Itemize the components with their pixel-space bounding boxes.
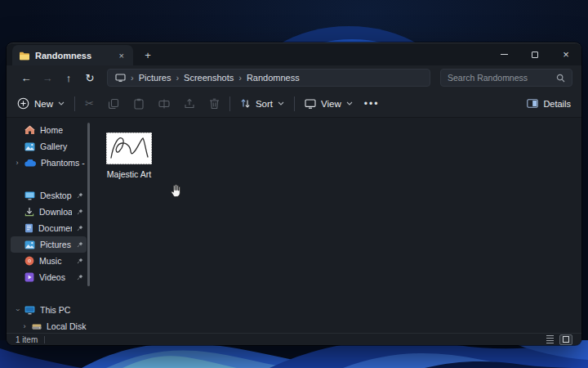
chevron-down-icon xyxy=(58,101,65,105)
pin-icon xyxy=(77,192,87,199)
search-box[interactable] xyxy=(440,69,572,87)
sidebar-scrollbar[interactable] xyxy=(87,123,90,286)
sidebar-item-gallery[interactable]: Gallery xyxy=(11,138,87,155)
desktop: Randomness × + × ← → ↑ ↻ › Pictures xyxy=(0,0,588,368)
details-button[interactable]: Details xyxy=(527,99,571,109)
sort-button[interactable]: Sort xyxy=(240,98,284,109)
sidebar-item-this-pc[interactable]: › This PC xyxy=(11,302,87,318)
new-button-label: New xyxy=(34,99,53,109)
gallery-icon xyxy=(24,142,35,151)
music-icon xyxy=(24,256,34,266)
copy-icon[interactable] xyxy=(108,98,119,110)
share-icon[interactable] xyxy=(184,98,195,110)
back-button[interactable]: ← xyxy=(16,72,37,84)
close-button[interactable]: × xyxy=(550,43,581,65)
tab-close-icon[interactable]: × xyxy=(117,51,127,61)
breadcrumb-item-screenshots[interactable]: Screenshots xyxy=(184,73,234,83)
sidebar-section-gap xyxy=(7,285,91,302)
sidebar-item-label: Documents xyxy=(38,223,72,233)
sort-button-label: Sort xyxy=(256,99,273,109)
clipboard-actions: ✂ xyxy=(85,97,220,110)
delete-icon[interactable] xyxy=(209,98,220,110)
new-tab-button[interactable]: + xyxy=(138,46,158,64)
disk-drive-icon xyxy=(32,322,42,330)
item-count: 1 item xyxy=(16,335,38,344)
details-panel-icon xyxy=(527,99,538,108)
view-button[interactable]: View xyxy=(305,99,353,109)
pin-icon xyxy=(77,241,87,248)
documents-icon xyxy=(24,223,33,233)
paste-icon[interactable] xyxy=(133,98,145,110)
chevron-right-icon[interactable]: › xyxy=(20,322,29,330)
chevron-right-icon[interactable]: › xyxy=(13,159,21,167)
details-view-toggle[interactable] xyxy=(543,334,556,345)
sidebar-item-documents[interactable]: Documents xyxy=(11,220,87,236)
details-button-label: Details xyxy=(543,99,571,109)
file-item-majestic-art[interactable]: Majestic Art xyxy=(97,132,161,179)
breadcrumb-item-pictures[interactable]: Pictures xyxy=(139,73,172,83)
status-divider xyxy=(44,336,45,343)
chevron-down-icon[interactable]: › xyxy=(13,306,21,314)
breadcrumb-separator: › xyxy=(176,73,179,83)
breadcrumb-item-randomness[interactable]: Randomness xyxy=(247,73,300,83)
sidebar-item-home[interactable]: Home xyxy=(11,122,87,138)
search-input[interactable] xyxy=(448,73,556,83)
sidebar-item-desktop[interactable]: Desktop xyxy=(11,187,87,204)
sidebar-item-label: This PC xyxy=(40,305,87,315)
sort-icon xyxy=(240,98,251,109)
chevron-down-icon xyxy=(278,101,284,105)
file-list-area[interactable]: Majestic Art xyxy=(91,118,581,333)
sidebar-item-label: Videos xyxy=(39,272,72,282)
thumbnail-view-toggle[interactable] xyxy=(559,334,572,345)
wallpaper-bloom-top xyxy=(249,0,453,43)
navigation-pane: Home Gallery › Phantoms - Pers xyxy=(7,118,91,333)
view-toggles xyxy=(543,334,572,345)
sidebar-item-music[interactable]: Music xyxy=(11,253,87,269)
toolbar-divider xyxy=(294,96,295,111)
command-bar: New ✂ xyxy=(7,90,581,118)
onedrive-cloud-icon xyxy=(24,159,36,167)
sidebar-item-label: Home xyxy=(40,125,87,135)
navigation-bar: ← → ↑ ↻ › Pictures › Screenshots › Rando… xyxy=(7,65,581,90)
cut-icon[interactable]: ✂ xyxy=(85,97,94,110)
large-icons-view-icon xyxy=(563,336,569,343)
refresh-button[interactable]: ↻ xyxy=(79,72,100,84)
forward-button[interactable]: → xyxy=(37,72,58,84)
sidebar-section-gap xyxy=(7,171,91,187)
tab-strip: Randomness × + × xyxy=(7,43,581,65)
desktop-icon xyxy=(24,191,35,200)
downloads-icon xyxy=(24,207,34,217)
new-button[interactable]: New xyxy=(17,97,65,110)
breadcrumb[interactable]: › Pictures › Screenshots › Randomness xyxy=(107,69,430,87)
minimize-button[interactable] xyxy=(488,43,519,65)
search-icon xyxy=(556,74,565,83)
up-button[interactable]: ↑ xyxy=(58,72,79,84)
sidebar-item-label: Pictures xyxy=(40,240,72,249)
thumbnail-sketch xyxy=(107,133,151,164)
breadcrumb-separator: › xyxy=(131,73,134,83)
hand-cursor xyxy=(167,183,180,198)
maximize-button[interactable] xyxy=(519,43,550,65)
status-bar: 1 item xyxy=(7,333,581,345)
sidebar-item-onedrive[interactable]: › Phantoms - Pers xyxy=(11,155,87,171)
file-thumbnail xyxy=(106,132,152,164)
window-body: Home Gallery › Phantoms - Pers xyxy=(7,118,581,333)
sidebar-item-pictures[interactable]: Pictures xyxy=(11,236,87,253)
pin-icon xyxy=(77,209,87,215)
this-pc-monitor-icon xyxy=(24,306,35,315)
new-circle-plus-icon xyxy=(17,97,29,110)
tab-randomness[interactable]: Randomness × xyxy=(12,45,133,65)
sidebar-item-label: Gallery xyxy=(40,141,87,151)
view-button-label: View xyxy=(321,99,341,109)
sidebar-item-local-disk[interactable]: › Local Disk (C:) xyxy=(11,318,87,334)
rename-icon[interactable] xyxy=(158,98,170,110)
sidebar-item-videos[interactable]: Videos xyxy=(11,269,87,285)
tab-title: Randomness xyxy=(35,51,112,61)
pin-icon xyxy=(77,258,87,264)
more-options-icon[interactable]: ••• xyxy=(364,98,380,110)
sidebar-item-downloads[interactable]: Downloads xyxy=(11,204,87,220)
toolbar-divider xyxy=(74,96,75,111)
sidebar-item-label: Desktop xyxy=(40,191,72,200)
minimize-icon xyxy=(501,54,508,55)
pictures-icon xyxy=(24,240,35,249)
